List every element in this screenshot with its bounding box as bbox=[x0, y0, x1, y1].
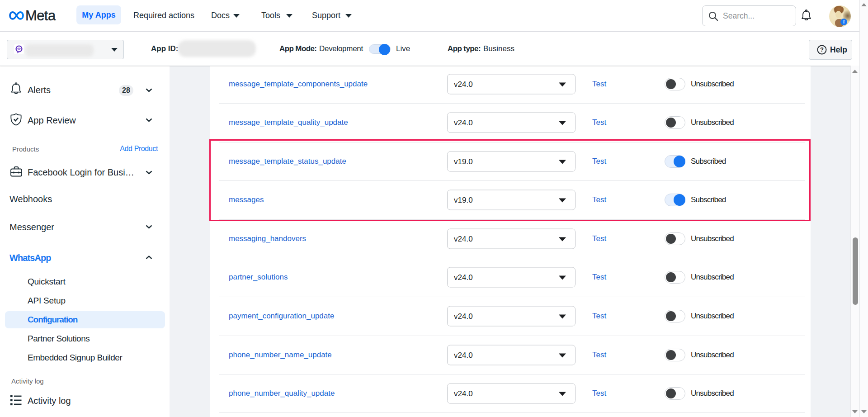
svg-text:?: ? bbox=[820, 46, 824, 53]
